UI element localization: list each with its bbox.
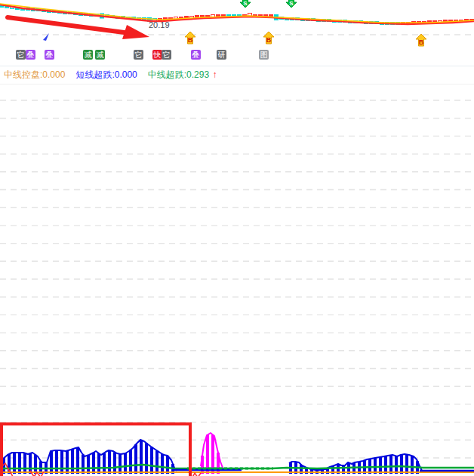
overlay-button-1[interactable]: 叠 (26, 50, 35, 60)
svg-text:B: B (266, 36, 272, 44)
indicator-caption-row: 中线控盘:0.000 短线超跌:0.000 中线超跌:0.293 ↑ (0, 66, 474, 84)
svg-text:S: S (289, 0, 294, 7)
indicator-panel (0, 433, 474, 476)
indicator-button-2[interactable]: 它 (134, 50, 143, 60)
red-arrow-annotation (8, 17, 130, 33)
overlay-button-3[interactable]: 叠 (191, 50, 201, 60)
svg-text:S: S (243, 0, 248, 7)
mini-chart-button[interactable]: 图 (259, 50, 269, 60)
up-arrow-icon: ↑ (212, 69, 217, 80)
indicator-button-1[interactable]: 它 (16, 50, 26, 60)
indicator-button-3[interactable]: 它 (162, 50, 171, 60)
overlay-button-2[interactable]: 叠 (45, 50, 54, 60)
caption-duanxian-chaodie: 短线超跌:0.000 (75, 69, 137, 81)
annotations (2, 17, 190, 476)
gridlines (0, 35, 474, 458)
stock-app-window: BBBSS20.19 它叠叠减减它快它叠研图 中线控盘:0.000 短线超跌:0… (0, 0, 474, 476)
svg-text:B: B (419, 38, 424, 46)
price-label: 20.19 (149, 20, 170, 29)
caption-zhongxian-chaodie: 中线超跌:0.293 ↑ (148, 69, 217, 81)
reduce-button-2[interactable]: 减 (95, 50, 105, 60)
price-panel: BBBSS20.19 (0, 0, 474, 46)
caption-zhongxian-kongpan: 中线控盘:0.000 (4, 69, 65, 81)
reduce-button-1[interactable]: 减 (83, 50, 93, 60)
indicator-toolbar: 它叠叠减减它快它叠研图 (0, 47, 474, 66)
research-button[interactable]: 研 (217, 50, 226, 60)
svg-text:B: B (188, 36, 193, 44)
